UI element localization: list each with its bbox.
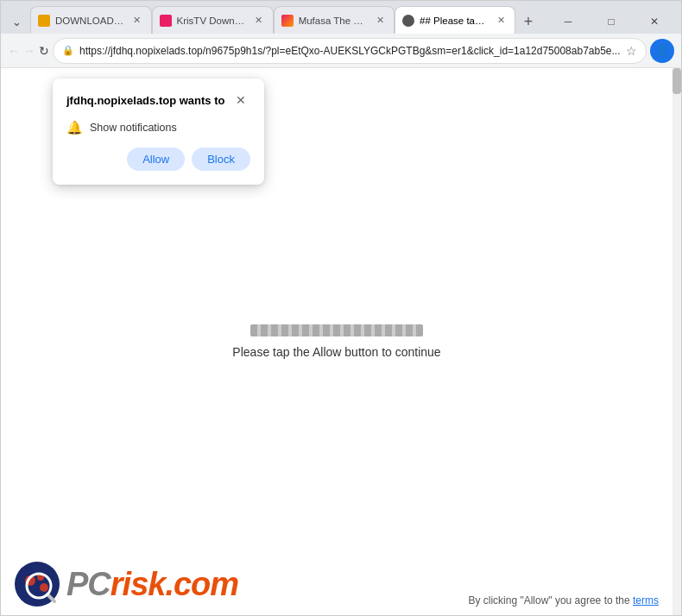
menu-button[interactable]: ⋮ <box>676 39 682 63</box>
tab-bar-left: ⌄ <box>1 9 30 34</box>
tab-close-2[interactable]: ✕ <box>252 14 266 28</box>
tab-close-3[interactable]: ✕ <box>373 14 387 28</box>
popup-wants-to: wants to <box>176 94 224 107</box>
bell-icon: 🔔 <box>66 120 83 135</box>
terms-link[interactable]: terms <box>633 594 659 607</box>
tab-close-4[interactable]: ✕ <box>494 14 508 28</box>
popup-notification-text: Show notifications <box>90 122 177 134</box>
popup-close-button[interactable]: ✕ <box>231 91 250 110</box>
risk-text: risk <box>111 566 166 602</box>
browser-tab-3[interactable]: Mufasa The Lion Kin... ✕ <box>274 6 395 34</box>
allow-button[interactable]: Allow <box>127 148 185 171</box>
pcrisk-text: PCrisk.com <box>66 568 238 600</box>
tab-title-4: ## Please tap the All... <box>420 16 489 26</box>
com-text: .com <box>165 566 238 602</box>
url-text: https://jfdhq.nopixelads.top/n9675p9h1s/… <box>79 45 621 57</box>
lock-icon: 🔒 <box>62 45 74 56</box>
loading-bar-container <box>250 324 423 336</box>
tab-favicon-3 <box>281 15 294 27</box>
browser-tab-2[interactable]: KrisTV Download Pa... ✕ <box>152 6 274 34</box>
popup-title: jfdhq.nopixelads.top wants to <box>66 94 224 107</box>
svg-point-3 <box>40 583 48 592</box>
reload-button[interactable]: ↻ <box>39 39 49 63</box>
scrollbar-thumb[interactable] <box>673 68 681 94</box>
content-area: jfdhq.nopixelads.top wants to ✕ 🔔 Show n… <box>1 68 681 615</box>
back-button[interactable]: ← <box>8 39 20 63</box>
popup-header: jfdhq.nopixelads.top wants to ✕ <box>66 91 250 110</box>
logo-area: PCrisk.com <box>15 562 238 607</box>
browser-frame: ⌄ DOWNLOAD: Mufas... ✕ KrisTV Download P… <box>0 0 682 616</box>
bottom-terms: By clicking "Allow" you agree to the ter… <box>468 594 659 607</box>
pcrisk-logo-icon <box>15 562 60 607</box>
browser-tab-4[interactable]: ## Please tap the All... ✕ <box>395 6 515 34</box>
page-instruction: Please tap the Allow button to continue <box>232 345 440 359</box>
bookmark-icon[interactable]: ☆ <box>626 44 637 58</box>
tab-title-2: KrisTV Download Pa... <box>177 16 247 26</box>
address-bar: ← → ↻ 🔒 https://jfdhq.nopixelads.top/n96… <box>1 34 681 68</box>
minimize-button[interactable]: ─ <box>548 9 588 34</box>
tab-close-1[interactable]: ✕ <box>130 14 144 28</box>
profile-icon-button[interactable]: 👤 <box>650 39 674 63</box>
tab-menu-button[interactable]: ⌄ <box>4 9 28 34</box>
popup-domain: jfdhq.nopixelads.top <box>66 94 176 107</box>
maximize-button[interactable]: □ <box>591 9 631 34</box>
browser-tab-1[interactable]: DOWNLOAD: Mufas... ✕ <box>30 6 152 34</box>
tab-favicon-1 <box>38 15 50 27</box>
block-button[interactable]: Block <box>192 148 250 171</box>
close-button[interactable]: ✕ <box>635 9 674 34</box>
tab-favicon-4 <box>402 15 414 27</box>
new-tab-button[interactable]: + <box>519 9 538 34</box>
scrollbar-track <box>673 68 681 615</box>
bottom-area: PCrisk.com By clicking "Allow" you agree… <box>1 537 673 615</box>
tab-title-1: DOWNLOAD: Mufas... <box>55 16 125 26</box>
loading-bar <box>250 324 423 336</box>
popup-buttons: Allow Block <box>66 148 250 171</box>
notification-popup: jfdhq.nopixelads.top wants to ✕ 🔔 Show n… <box>53 79 264 185</box>
tab-title-3: Mufasa The Lion Kin... <box>299 16 368 26</box>
popup-notification-row: 🔔 Show notifications <box>66 120 250 135</box>
tab-favicon-2 <box>160 15 172 27</box>
address-bar-right: 👤 ⋮ <box>650 39 682 63</box>
pc-text: PC <box>66 566 111 602</box>
terms-prefix-text: By clicking "Allow" you agree to the <box>468 594 633 607</box>
url-box[interactable]: 🔒 https://jfdhq.nopixelads.top/n9675p9h1… <box>53 38 647 64</box>
forward-button[interactable]: → <box>23 39 35 63</box>
window-controls: ─ □ ✕ <box>541 9 681 34</box>
tab-bar: ⌄ DOWNLOAD: Mufas... ✕ KrisTV Download P… <box>1 1 681 34</box>
tabs-container: DOWNLOAD: Mufas... ✕ KrisTV Download Pa.… <box>30 6 541 34</box>
